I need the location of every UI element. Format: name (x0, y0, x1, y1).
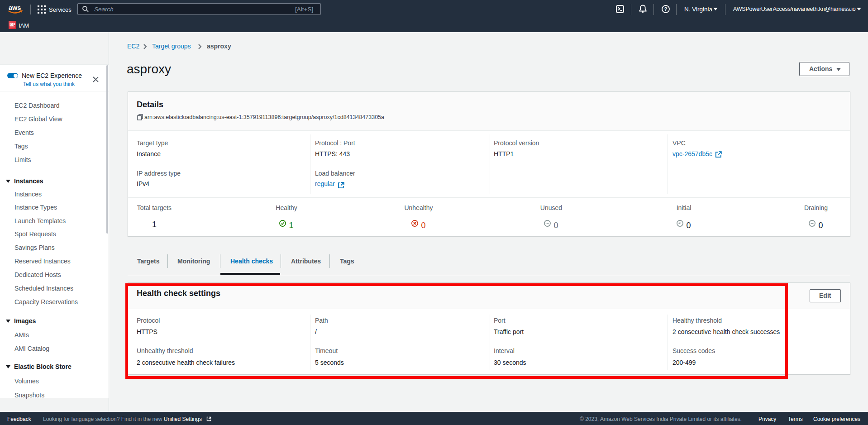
svg-text:?: ? (664, 6, 667, 12)
svg-text:aws: aws (9, 4, 21, 11)
